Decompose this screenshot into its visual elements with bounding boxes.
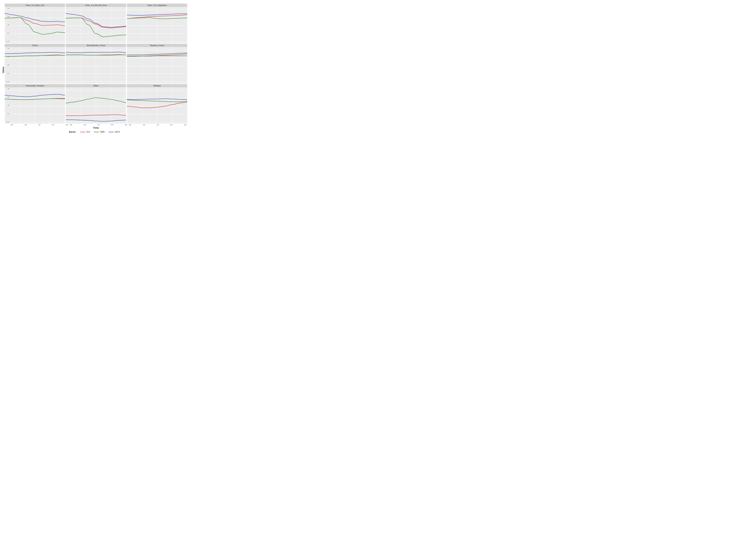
- panel-clear-cut-vegetation: Clear_Cut_Vegetation: [127, 4, 187, 43]
- panel-plot: .75.50.250.0-0.25: [5, 47, 65, 83]
- panel-plot: .75.50.250.0-0.25: [5, 87, 65, 123]
- panel-title: Clear_Cut_Burned_Area: [66, 4, 126, 7]
- panel-plot: [127, 7, 187, 43]
- legend-item-nbr: NBR: [94, 131, 105, 133]
- panel-plot: [66, 87, 126, 123]
- y-axis-label: Value: [2, 4, 5, 129]
- panel-title: Mountainside_Forest: [66, 44, 126, 47]
- panel-title: Forest: [5, 44, 65, 47]
- panel-seasonally-flooded: Seasonally_Flooded.75.50.250.0-0.25: [5, 84, 65, 123]
- panel-wetland: Wetland: [127, 84, 187, 123]
- legend-item-ndvi: NDVI: [108, 131, 120, 133]
- legend-item-evi: EVI: [80, 131, 90, 133]
- panel-plot: [66, 47, 126, 83]
- panel-title: Seasonally_Flooded: [5, 84, 65, 87]
- x-axis-label: Time: [5, 126, 187, 129]
- evi-legend-line: [80, 132, 85, 132]
- nbr-legend-line: [94, 132, 99, 132]
- panel-plot: [127, 47, 187, 83]
- x-axis-panel: JanAprJulOctJan: [10, 123, 69, 126]
- panel-clear-cut-burned-area: Clear_Cut_Burned_Area: [66, 4, 126, 43]
- legend-label-evi: EVI: [86, 131, 90, 133]
- chart-area: Value Clear_Cut_Bare_Soil.75.50.250.0-0.…: [2, 4, 187, 129]
- legend-area: Bands EVI NBR NDVI: [69, 131, 120, 133]
- panel-plot: [66, 7, 126, 43]
- legend-label-nbr: NBR: [100, 131, 105, 133]
- x-axis-panel: JanAprJulOctJan: [128, 123, 187, 126]
- panel-grid: Clear_Cut_Bare_Soil.75.50.250.0-0.25Clea…: [5, 4, 187, 123]
- panel-title: Clear_Cut_Bare_Soil: [5, 4, 65, 7]
- x-axis-panel: JanAprJulOctJan: [69, 123, 128, 126]
- panel-water: Water: [66, 84, 126, 123]
- x-axis-row: JanAprJulOctJanJanAprJulOctJanJanAprJulO…: [5, 123, 187, 126]
- legend-title: Bands: [69, 131, 75, 133]
- panel-title: Riparian_Forest: [127, 44, 187, 47]
- legend-label-ndvi: NDVI: [115, 131, 120, 133]
- y-ticks: .75.50.250.0-0.25: [5, 87, 10, 123]
- panel-plot: .75.50.250.0-0.25: [5, 7, 65, 43]
- panel-title: Wetland: [127, 84, 187, 87]
- y-ticks: .75.50.250.0-0.25: [5, 7, 10, 43]
- panel-plot: [127, 87, 187, 123]
- panel-clear-cut-bare-soil: Clear_Cut_Bare_Soil.75.50.250.0-0.25: [5, 4, 65, 43]
- panel-forest: Forest.75.50.250.0-0.25: [5, 44, 65, 83]
- panel-title: Water: [66, 84, 126, 87]
- panel-title: Clear_Cut_Vegetation: [127, 4, 187, 7]
- chart-content: Clear_Cut_Bare_Soil.75.50.250.0-0.25Clea…: [5, 4, 187, 129]
- y-ticks: .75.50.250.0-0.25: [5, 47, 10, 83]
- panel-riparian-forest: Riparian_Forest: [127, 44, 187, 83]
- panel-mountainside-forest: Mountainside_Forest: [66, 44, 126, 83]
- ndvi-legend-line: [108, 132, 114, 132]
